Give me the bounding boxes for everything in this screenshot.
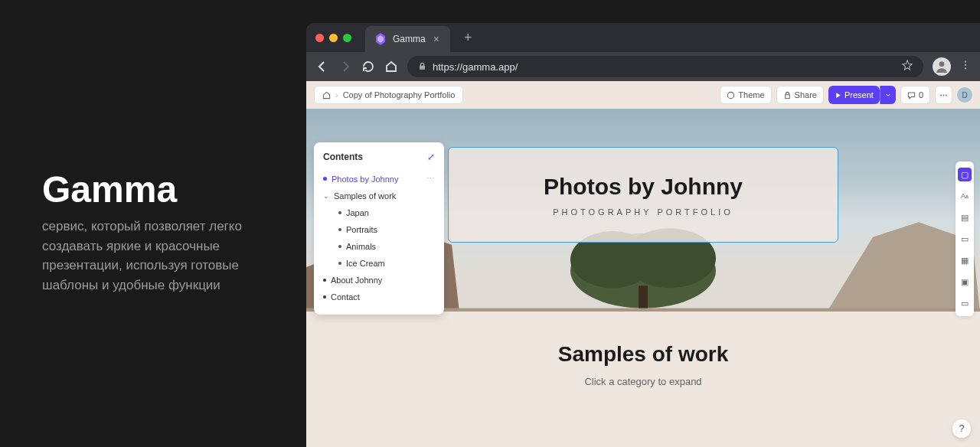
contents-item-label: Samples of work — [334, 191, 396, 201]
svg-point-2 — [965, 64, 966, 66]
contents-item-label: Contact — [331, 292, 360, 302]
contents-item[interactable]: Photos by Johnny⋯ — [323, 170, 435, 188]
chevron-right-icon: › — [335, 90, 338, 100]
svg-point-0 — [939, 61, 945, 67]
contents-item-label: Ice Cream — [346, 259, 385, 268]
chevron-down-icon: ⌄ — [323, 192, 329, 200]
embed-tool-icon[interactable]: ▭ — [958, 296, 972, 310]
app-canvas: › Copy of Photography Portfolio Theme Sh… — [306, 81, 980, 447]
back-button[interactable] — [315, 60, 329, 73]
browser-window: Gamma × + https://gamma.app/ — [306, 23, 980, 447]
maximize-window-button[interactable] — [343, 34, 351, 42]
card-tool-icon[interactable]: ▢ — [958, 168, 972, 181]
contents-header: Contents — [323, 152, 363, 162]
expand-icon[interactable]: ⤢ — [427, 152, 435, 162]
text-tool-icon[interactable]: Aa — [958, 189, 972, 203]
svg-point-4 — [728, 92, 734, 98]
promo-description: сервис, который позволяет легко создават… — [42, 217, 272, 295]
theme-button[interactable]: Theme — [720, 86, 771, 104]
contents-panel: Contents ⤢ Photos by Johnny⋯⌄Samples of … — [314, 142, 444, 315]
contents-item-label: Animals — [346, 242, 376, 251]
grid-tool-icon[interactable]: ▦ — [958, 253, 972, 267]
bookmark-icon[interactable] — [902, 60, 913, 73]
contents-item[interactable]: Animals — [323, 238, 435, 255]
home-button[interactable] — [384, 60, 398, 73]
promo-title: Gamma — [42, 168, 272, 210]
app-topbar: › Copy of Photography Portfolio Theme Sh… — [306, 81, 980, 109]
layout-tool-icon[interactable]: ▤ — [958, 210, 972, 224]
address-bar: https://gamma.app/ — [306, 52, 980, 81]
svg-point-1 — [965, 60, 966, 62]
profile-avatar[interactable] — [933, 57, 951, 76]
minimize-window-button[interactable] — [329, 34, 338, 42]
bullet-icon — [338, 245, 341, 248]
breadcrumb[interactable]: › Copy of Photography Portfolio — [314, 86, 463, 104]
new-tab-button[interactable]: + — [456, 27, 480, 49]
forward-button[interactable] — [338, 60, 352, 73]
svg-point-7 — [943, 94, 945, 96]
url-text: https://gamma.app/ — [433, 61, 518, 73]
lock-icon — [783, 91, 792, 100]
tab-title: Gamma — [393, 34, 426, 44]
svg-point-3 — [965, 67, 966, 69]
svg-rect-12 — [639, 285, 648, 312]
hero-title: Photos by Johnny — [544, 174, 743, 200]
bullet-icon — [338, 228, 341, 231]
reload-button[interactable] — [361, 60, 375, 73]
share-button[interactable]: Share — [776, 86, 824, 104]
contents-item[interactable]: ⌄Samples of work — [323, 188, 435, 204]
bullet-icon — [338, 262, 341, 265]
samples-subtitle: Click a category to expand — [306, 376, 980, 387]
bullet-icon — [323, 177, 327, 181]
dots-icon — [939, 91, 948, 100]
breadcrumb-text: Copy of Photography Portfolio — [343, 90, 456, 100]
palette-icon — [727, 91, 735, 100]
close-tab-icon[interactable]: × — [432, 33, 441, 45]
contents-list: Photos by Johnny⋯⌄Samples of workJapanPo… — [323, 170, 435, 305]
format-toolbar: ▢ Aa ▤ ▭ ▦ ▣ ▭ — [956, 162, 974, 316]
user-avatar[interactable]: D — [957, 87, 972, 103]
comments-button[interactable]: 0 — [900, 86, 930, 104]
more-icon[interactable]: ⋯ — [426, 174, 435, 184]
contents-item-label: Portraits — [346, 225, 377, 234]
chevron-down-icon — [885, 92, 891, 98]
help-button[interactable]: ? — [952, 419, 971, 438]
lock-icon — [418, 60, 426, 73]
samples-section: Samples of work Click a category to expa… — [306, 312, 980, 447]
bullet-icon — [323, 295, 326, 299]
browser-menu-icon[interactable] — [960, 60, 971, 73]
contents-item[interactable]: Japan — [323, 204, 435, 221]
contents-item[interactable]: Contact — [323, 289, 435, 305]
bullet-icon — [323, 279, 326, 282]
image-tool-icon[interactable]: ▣ — [958, 275, 972, 289]
browser-tab[interactable]: Gamma × — [365, 26, 450, 52]
hero-subtitle: PHOTOGRAPHY PORTFOLIO — [553, 207, 733, 217]
contents-item[interactable]: About Johnny — [323, 272, 435, 289]
comment-icon — [907, 91, 916, 100]
tab-bar: Gamma × + — [306, 23, 980, 52]
url-input[interactable]: https://gamma.app/ — [407, 56, 923, 77]
gamma-favicon-icon — [374, 33, 387, 45]
present-button[interactable]: Present — [828, 86, 880, 104]
more-button[interactable] — [935, 86, 952, 104]
window-controls — [315, 34, 351, 42]
svg-point-8 — [946, 94, 947, 96]
contents-item[interactable]: Portraits — [323, 221, 435, 238]
home-icon — [322, 91, 331, 100]
contents-item[interactable]: Ice Cream — [323, 255, 435, 272]
contents-item-label: Photos by Johnny — [332, 175, 398, 184]
svg-rect-5 — [785, 94, 789, 98]
play-icon — [835, 92, 841, 99]
bullet-icon — [338, 211, 341, 214]
close-window-button[interactable] — [315, 34, 324, 42]
contents-item-label: About Johnny — [331, 276, 382, 285]
contents-item-label: Japan — [346, 208, 369, 217]
present-dropdown[interactable] — [880, 86, 896, 104]
svg-point-6 — [940, 94, 942, 96]
block-tool-icon[interactable]: ▭ — [958, 232, 972, 246]
samples-title: Samples of work — [306, 342, 980, 367]
hero-title-card[interactable]: Photos by Johnny PHOTOGRAPHY PORTFOLIO — [448, 147, 838, 243]
